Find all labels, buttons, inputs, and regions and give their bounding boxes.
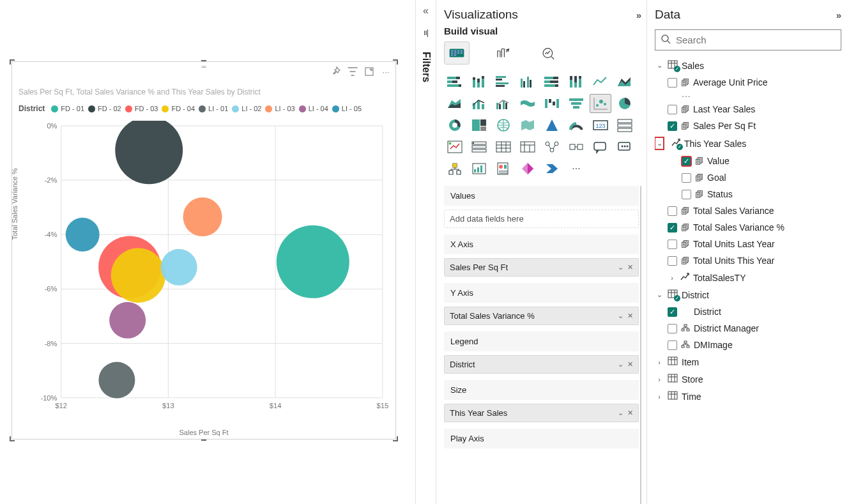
chevron-down-icon[interactable]: ⌄: [618, 360, 623, 369]
viz-table[interactable]: [493, 137, 514, 157]
field-total-sales-variance-pct[interactable]: ✓ 🗐 Total Sales Variance %: [655, 219, 841, 236]
viz-power-automate[interactable]: [541, 159, 563, 178]
viz-scatter[interactable]: [590, 94, 611, 113]
field-checkbox[interactable]: [668, 324, 677, 333]
viz-100-stacked-column[interactable]: [565, 72, 587, 91]
viz-treemap[interactable]: [468, 116, 490, 135]
chevron-down-icon[interactable]: ⌄: [618, 312, 623, 320]
legend-item[interactable]: FD - 02: [88, 105, 121, 112]
field-total-units-this-year[interactable]: 🗐 Total Units This Year: [655, 252, 841, 269]
table-district[interactable]: ⌄ District: [655, 286, 841, 303]
search-input[interactable]: [676, 34, 836, 45]
bubble-LI - 03[interactable]: [183, 197, 222, 236]
remove-field-icon[interactable]: ✕: [627, 360, 633, 369]
viz-paginated-report[interactable]: [493, 159, 514, 178]
yaxis-well-field[interactable]: Total Sales Variance % ⌄✕: [444, 307, 639, 325]
field-last-year-sales[interactable]: 🗐 Last Year Sales: [655, 101, 841, 118]
field-checkbox[interactable]: ✓: [668, 223, 677, 233]
bubble-FD - 01[interactable]: [277, 225, 349, 298]
table-item[interactable]: › Item: [655, 353, 841, 370]
field-checkbox[interactable]: [682, 173, 691, 183]
expand-icon[interactable]: ›: [655, 358, 664, 366]
legend-item[interactable]: FD - 04: [162, 105, 195, 112]
resize-handle-br[interactable]: [393, 436, 398, 441]
viz-qa[interactable]: [590, 137, 611, 157]
viz-card[interactable]: 123: [590, 116, 611, 135]
viz-py-visual[interactable]: [565, 137, 587, 157]
legend-item[interactable]: FD - 01: [51, 105, 84, 112]
resize-handle-bl[interactable]: [10, 436, 15, 441]
field-checkbox[interactable]: [668, 206, 677, 216]
field-checkbox[interactable]: [668, 105, 677, 114]
expand-filters-icon[interactable]: «: [423, 5, 429, 17]
viz-100-stacked-bar[interactable]: [541, 72, 563, 91]
resize-handle-tl[interactable]: [10, 59, 15, 65]
field-checkbox[interactable]: ✓: [682, 157, 691, 166]
collapse-icon[interactable]: ⌄: [655, 61, 664, 70]
field-tys-value[interactable]: ✓ 🗐 Value: [655, 153, 841, 169]
legend-item[interactable]: FD - 03: [125, 105, 158, 112]
viz-smart-narrative[interactable]: [468, 159, 490, 178]
field-this-year-sales[interactable]: ⌄ This Year Sales: [655, 134, 841, 153]
viz-slicer[interactable]: [468, 137, 490, 157]
legend-well-field[interactable]: District ⌄✕: [444, 355, 639, 374]
viz-filled-map[interactable]: [517, 116, 539, 135]
values-well-drop[interactable]: Add data fields here: [444, 210, 639, 228]
viz-donut[interactable]: [444, 116, 466, 135]
viz-stacked-area[interactable]: [444, 94, 466, 113]
collapse-data-icon[interactable]: »: [836, 10, 841, 20]
field-checkbox[interactable]: ✓: [668, 307, 677, 317]
expand-icon[interactable]: ›: [655, 393, 664, 401]
pin-icon[interactable]: [330, 66, 342, 77]
chevron-down-icon[interactable]: ⌄: [618, 409, 623, 417]
viz-ribbon[interactable]: [517, 94, 539, 113]
resize-handle-top[interactable]: [201, 60, 206, 61]
legend-item[interactable]: LI - 03: [265, 105, 294, 112]
field-total-sales-ty[interactable]: › TotalSalesTY: [655, 269, 841, 286]
more-options-icon[interactable]: ···: [380, 66, 392, 77]
viz-area[interactable]: [614, 72, 636, 91]
field-sales-per-sqft[interactable]: ✓ 🗐 Sales Per Sq Ft: [655, 118, 841, 134]
bubble-LI - 04[interactable]: [109, 302, 146, 339]
viz-line-clustered-column[interactable]: [493, 94, 514, 113]
viz-funnel[interactable]: [565, 94, 587, 113]
viz-kpi[interactable]: [444, 137, 466, 157]
viz-matrix[interactable]: [517, 137, 539, 157]
chevron-down-icon[interactable]: ⌄: [618, 263, 623, 271]
field-average-unit-price[interactable]: 🗐 Average Unit Price: [655, 74, 841, 91]
viz-gauge[interactable]: [565, 116, 587, 135]
field-checkbox[interactable]: [668, 240, 677, 249]
viz-line-stacked-column[interactable]: [468, 94, 490, 113]
table-sales[interactable]: ⌄ Sales: [655, 57, 841, 74]
viz-line[interactable]: [590, 72, 611, 91]
search-box[interactable]: [655, 29, 841, 50]
drag-handle[interactable]: ═: [198, 63, 210, 68]
field-checkbox[interactable]: [668, 256, 677, 266]
format-visual-tab[interactable]: [490, 42, 516, 65]
filters-pane-label[interactable]: Filters: [420, 52, 432, 82]
table-time[interactable]: › Time: [655, 388, 841, 405]
collapse-visualizations-icon[interactable]: »: [636, 10, 641, 20]
resize-handle-bottom[interactable]: [201, 439, 206, 441]
bubble-LI - 01[interactable]: [98, 362, 135, 398]
field-checkbox[interactable]: [668, 340, 677, 350]
viz-waterfall[interactable]: [541, 94, 563, 113]
analytics-tab[interactable]: [536, 42, 562, 65]
expand-icon[interactable]: ›: [668, 274, 677, 282]
bubble-LI - 02[interactable]: [161, 249, 197, 286]
field-checkbox[interactable]: [682, 190, 691, 199]
more-indicator[interactable]: ···: [655, 91, 841, 101]
viz-decomposition-tree[interactable]: [444, 159, 466, 178]
remove-field-icon[interactable]: ✕: [627, 409, 633, 417]
field-tys-goal[interactable]: 🗐 Goal: [655, 169, 841, 186]
viz-azure-map[interactable]: [541, 116, 563, 135]
scatter-chart-visual[interactable]: ═ ··· Sales Per Sq Ft, Total Sales Varia…: [11, 61, 396, 439]
field-total-units-last-year[interactable]: 🗐 Total Units Last Year: [655, 236, 841, 252]
bubble-FD - 04[interactable]: [111, 248, 166, 303]
viz-stacked-bar[interactable]: [444, 72, 466, 91]
viz-pie[interactable]: [614, 94, 636, 113]
filter-icon[interactable]: [347, 66, 358, 77]
field-checkbox[interactable]: [668, 78, 677, 88]
field-tys-status[interactable]: 🗐 Status: [655, 186, 841, 202]
viz-multi-row-card[interactable]: [614, 116, 636, 135]
